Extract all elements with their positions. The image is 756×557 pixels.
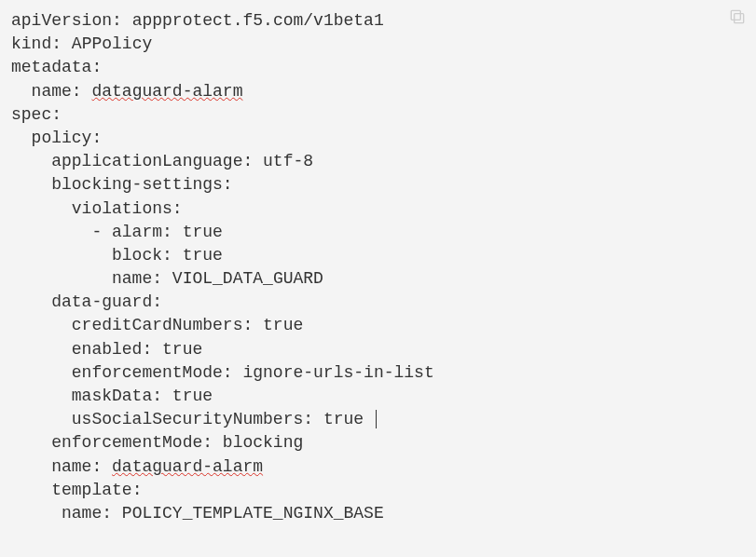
code-line: apiVersion: appprotect.f5.com/v1beta1 [11,9,745,33]
yaml-value: true [263,316,303,334]
yaml-key: block [112,246,162,265]
yaml-value: utf-8 [263,152,313,170]
code-line: maskData: true [11,385,745,408]
yaml-key: enabled [72,340,143,359]
yaml-value: ignore-urls-in-list [242,363,433,382]
code-line: violations: [11,197,745,221]
code-line: applicationLanguage: utf-8 [11,150,745,173]
yaml-key: applicationLanguage [51,152,242,170]
code-line: data-guard: [11,291,745,314]
yaml-key: enforcementMode [72,363,223,382]
yaml-value: POLICY_TEMPLATE_NGINX_BASE [122,504,384,523]
yaml-value: APPolicy [72,34,152,53]
code-line: enabled: true [11,338,745,361]
yaml-value: true [162,340,202,359]
yaml-value: dataguard-alarm [112,457,263,476]
yaml-value: true [183,223,223,241]
copy-button[interactable] [728,7,747,26]
yaml-key: name [112,269,152,288]
yaml-key: data-guard [51,292,152,311]
yaml-key: metadata [11,58,91,76]
code-line: template: [11,479,745,502]
yaml-key: blocking-settings [51,175,223,194]
yaml-value: true [183,246,223,265]
code-line: enforcementMode: blocking [11,431,745,455]
yaml-key: name [62,504,102,523]
code-line: block: true [11,244,745,267]
code-line: name: POLICY_TEMPLATE_NGINX_BASE [11,502,745,525]
yaml-key: enforcementMode [51,433,202,452]
yaml-key: creditCardNumbers [72,316,243,334]
yaml-value: true [323,410,364,428]
code-line: - alarm: true [11,221,745,244]
svg-rect-1 [731,10,740,20]
code-line: kind: APPolicy [11,33,745,56]
code-line: name: VIOL_DATA_GUARD [11,267,745,291]
code-line: name: dataguard-alarm [11,80,745,103]
code-line: blocking-settings: [11,173,745,197]
yaml-key: violations [72,199,172,218]
code-block: apiVersion: appprotect.f5.com/v1beta1 ki… [11,9,745,525]
yaml-value: true [172,387,213,405]
svg-rect-0 [735,14,744,23]
code-line: creditCardNumbers: true [11,314,745,337]
yaml-key: usSocialSecurityNumbers [72,410,303,428]
code-line: policy: [11,127,745,150]
code-line: name: dataguard-alarm [11,455,745,479]
code-line: usSocialSecurityNumbers: true [11,408,745,431]
yaml-value: VIOL_DATA_GUARD [172,269,323,288]
code-line: enforcementMode: ignore-urls-in-list [11,361,745,385]
yaml-value: blocking [223,433,303,452]
yaml-key: spec [11,105,51,124]
code-line: spec: [11,103,745,127]
yaml-key: policy [32,129,92,147]
text-cursor [376,410,377,428]
yaml-key: name [32,82,72,101]
yaml-key: name [51,457,91,476]
code-line: metadata: [11,56,745,79]
yaml-value: dataguard-alarm [91,82,242,101]
yaml-value: appprotect.f5.com/v1beta1 [132,11,384,30]
yaml-bullet: - [91,223,112,241]
yaml-key: alarm [112,223,162,241]
yaml-key: maskData [72,387,152,405]
yaml-key: apiVersion [11,11,112,30]
yaml-key: kind [11,34,51,53]
yaml-key: template [51,481,131,499]
